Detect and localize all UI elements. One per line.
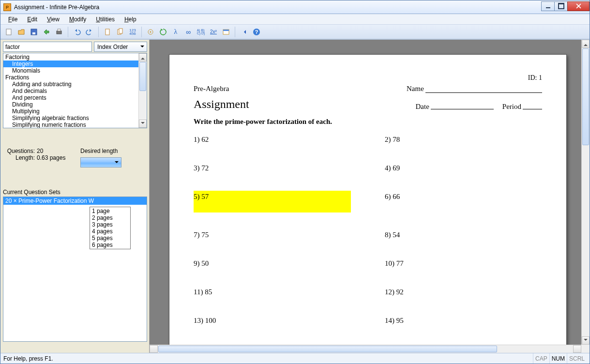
redo-button[interactable] xyxy=(84,27,95,37)
export-button[interactable] xyxy=(41,27,52,37)
menu-file[interactable]: File xyxy=(4,15,21,24)
scrl-indicator: SCRL xyxy=(567,353,587,364)
scroll-thumb[interactable] xyxy=(158,346,497,352)
desired-length-options[interactable]: 1 page2 pages3 pages4 pages5 pages6 page… xyxy=(90,207,131,249)
length-option[interactable]: 6 pages xyxy=(90,242,130,248)
questions-value: 20 xyxy=(37,148,43,154)
scroll-up-icon[interactable] xyxy=(139,53,147,61)
open-button[interactable] xyxy=(16,27,27,37)
toolbar-separator xyxy=(68,27,68,37)
print-button[interactable] xyxy=(54,27,64,37)
expr-button[interactable]: 2x² xyxy=(208,27,219,37)
maximize-button[interactable] xyxy=(554,1,568,11)
problem[interactable]: 13) 100 xyxy=(194,315,351,327)
help-button[interactable]: ? xyxy=(251,27,262,37)
sidebar: Index Order FactoringIntegersMonomialsFr… xyxy=(0,40,150,353)
help-icon: ? xyxy=(253,28,260,36)
assignment-title: Assignment xyxy=(194,98,249,111)
length-option[interactable]: 3 pages xyxy=(90,221,130,228)
pages-button[interactable] xyxy=(115,27,125,37)
new-button[interactable] xyxy=(3,27,14,37)
menu-edit[interactable]: Edit xyxy=(23,15,41,24)
problem[interactable]: 10) 77 xyxy=(385,258,542,270)
scroll-thumb[interactable] xyxy=(139,62,146,91)
recycle-button[interactable] xyxy=(158,27,168,37)
redo-icon xyxy=(86,28,93,36)
length-option[interactable]: 2 pages xyxy=(90,214,130,221)
length-option[interactable]: 5 pages xyxy=(90,235,130,242)
menu-help[interactable]: Help xyxy=(121,15,140,24)
tree-item[interactable]: Multiplying xyxy=(3,108,147,115)
tree-item[interactable]: Fractions xyxy=(3,74,147,81)
doc-horizontal-scrollbar[interactable] xyxy=(150,345,581,353)
numbers-icon: 123456 xyxy=(129,29,136,35)
scroll-down-icon[interactable] xyxy=(582,336,590,345)
svg-rect-7 xyxy=(119,29,122,33)
svg-rect-0 xyxy=(6,29,11,35)
toolbar-separator xyxy=(98,27,99,37)
tree-item[interactable]: Simplifying numeric fractions xyxy=(3,121,147,128)
sort-dropdown[interactable]: Index Order xyxy=(94,42,147,52)
prev-icon xyxy=(242,30,246,34)
problem[interactable]: 4) 69 xyxy=(385,162,542,174)
scroll-thumb[interactable] xyxy=(582,48,589,145)
window-title: Assignment - Infinite Pre-Algebra xyxy=(14,4,542,11)
page-button[interactable] xyxy=(102,27,113,37)
window-button[interactable] xyxy=(221,27,231,37)
menu-utilities[interactable]: Utilities xyxy=(92,15,119,24)
lambda-button[interactable]: λ xyxy=(170,27,181,37)
worksheet-page[interactable]: ID: 1 Pre-Algebra Name Assignment DatePe… xyxy=(169,54,567,353)
course-name: Pre-Algebra xyxy=(194,85,407,93)
tree-scrollbar[interactable] xyxy=(138,53,147,128)
desired-length-combo[interactable] xyxy=(80,157,121,167)
topic-tree[interactable]: FactoringIntegersMonomialsFractionsAddin… xyxy=(3,53,147,128)
length-option[interactable]: 4 pages xyxy=(90,228,130,235)
numbers-button[interactable]: 123456 xyxy=(127,27,138,37)
tree-item[interactable]: And decimals xyxy=(3,88,147,94)
tree-item[interactable]: Monomials xyxy=(3,67,147,74)
name-blank xyxy=(425,86,542,93)
period-blank xyxy=(523,103,542,109)
problem[interactable]: 8) 54 xyxy=(385,229,542,241)
problem[interactable]: 14) 95 xyxy=(385,315,542,327)
menu-modify[interactable]: Modify xyxy=(65,15,90,24)
problem[interactable]: 9) 50 xyxy=(194,258,351,270)
undo-button[interactable] xyxy=(72,27,82,37)
problem[interactable]: 5) 57 xyxy=(194,191,351,212)
doc-vertical-scrollbar[interactable] xyxy=(581,40,590,345)
target-button[interactable] xyxy=(145,27,156,37)
problem[interactable]: 12) 92 xyxy=(385,286,542,298)
scroll-right-icon[interactable] xyxy=(573,345,581,353)
length-option[interactable]: 1 page xyxy=(90,208,130,214)
problem[interactable]: 2) 78 xyxy=(385,134,542,146)
new-icon xyxy=(5,28,13,36)
worksheet-id: ID: 1 xyxy=(194,74,542,82)
svg-text:?: ? xyxy=(255,29,258,35)
infinity-button[interactable]: ∞ xyxy=(183,27,194,37)
scroll-left-icon[interactable] xyxy=(150,345,158,353)
scroll-corner xyxy=(581,345,590,353)
problem[interactable]: 3) 72 xyxy=(194,162,351,174)
pages-icon xyxy=(116,28,124,36)
problem[interactable]: 1) 62 xyxy=(194,134,351,146)
scroll-up-icon[interactable] xyxy=(582,40,590,48)
tree-item[interactable]: Factoring xyxy=(3,54,147,61)
question-set-row[interactable]: 20 × Prime-Power Factorization W xyxy=(3,197,147,205)
choices-button[interactable]: A) B)C) D) xyxy=(196,27,206,37)
tree-item[interactable]: And percents xyxy=(3,94,147,101)
close-button[interactable] xyxy=(567,1,590,11)
search-input[interactable] xyxy=(3,42,92,52)
prev-button[interactable] xyxy=(239,27,249,37)
problem[interactable]: 6) 66 xyxy=(385,191,542,212)
problem[interactable]: 11) 85 xyxy=(194,286,351,298)
save-button[interactable] xyxy=(29,27,39,37)
tree-item[interactable]: Simplifying algebraic fractions xyxy=(3,115,147,121)
menu-view[interactable]: View xyxy=(43,15,63,24)
tree-item[interactable]: Adding and subtracting xyxy=(3,81,147,88)
problem[interactable]: 7) 75 xyxy=(194,229,351,241)
scroll-down-icon[interactable] xyxy=(139,120,147,128)
svg-rect-4 xyxy=(58,29,61,31)
tree-item[interactable]: Dividing xyxy=(3,101,147,108)
tree-item[interactable]: Integers xyxy=(3,61,147,67)
minimize-button[interactable] xyxy=(541,1,555,11)
